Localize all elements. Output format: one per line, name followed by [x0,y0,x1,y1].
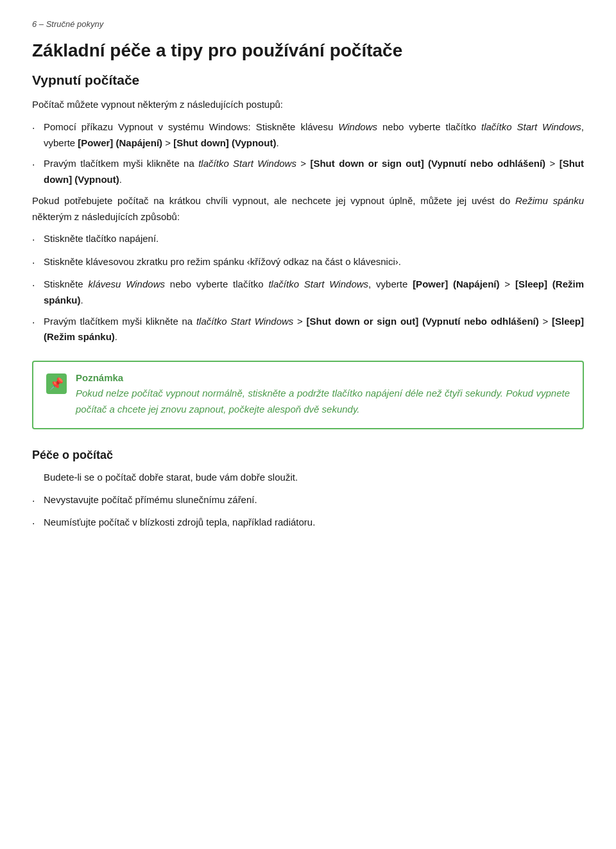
note-title: Poznámka [76,372,570,383]
pece-bullet-text-1: Nevystavujte počítač přímému slunečnímu … [44,492,584,508]
note-icon: 📌 [46,373,67,394]
pece-section: Péče o počítač · Budete-li se o počítač … [32,449,584,533]
sleep-bullet-text-3: Stiskněte klávesu Windows nebo vyberte t… [44,277,584,309]
sleep-bullet-3: · Stiskněte klávesu Windows nebo vyberte… [32,277,584,309]
bullet-text-1: Pomocí příkazu Vypnout v systému Windows… [44,119,584,151]
bullet-2: · Pravým tlačítkem myši klikněte na tlač… [32,156,584,188]
page-label: 6 – Stručné pokyny [32,19,584,29]
section2-heading: Péče o počítač [32,449,584,462]
note-text: Pokud nelze počítač vypnout normálně, st… [76,386,570,418]
sleep-bullet-4: · Pravým tlačítkem myši klikněte na tlač… [32,314,584,346]
pece-intro-text: Budete-li se o počítač dobře starat, bud… [44,470,584,486]
sleep-bullet-text-1: Stiskněte tlačítko napájení. [44,231,584,247]
bullet-text-2: Pravým tlačítkem myši klikněte na tlačít… [44,156,584,188]
pece-intro-item: · Budete-li se o počítač dobře starat, b… [32,470,584,487]
sleep-bullet-1: · Stiskněte tlačítko napájení. [32,231,584,248]
note-box: 📌 Poznámka Pokud nelze počítač vypnout n… [32,361,584,429]
sleep-bullet-text-2: Stiskněte klávesovou zkratku pro režim s… [44,254,584,270]
pece-bullet-2: · Neumísťujte počítač v blízkosti zdrojů… [32,515,584,532]
vypnuti-section: Vypnutí počítače Počítač můžete vypnout … [32,73,584,429]
sleep-bullet-dot-2: · [32,254,44,271]
sleep-bullet-text-4: Pravým tlačítkem myši klikněte na tlačít… [44,314,584,346]
main-title: Základní péče a tipy pro používání počít… [32,40,584,61]
note-content: Poznámka Pokud nelze počítač vypnout nor… [76,372,570,418]
section1-heading: Vypnutí počítače [32,73,584,88]
sleep-bullet-2: · Stiskněte klávesovou zkratku pro režim… [32,254,584,271]
bullet-dot-2: · [32,156,44,173]
sleep-bullet-dot-4: · [32,314,44,331]
pece-bullet-1: · Nevystavujte počítač přímému slunečním… [32,492,584,510]
bullet-1: · Pomocí příkazu Vypnout v systému Windo… [32,119,584,151]
sleep-intro-paragraph: Pokud potřebujete počítač na krátkou chv… [32,193,584,225]
pece-bullet-text-2: Neumísťujte počítač v blízkosti zdrojů t… [44,515,584,531]
pece-bullet-dot-2: · [32,515,44,532]
pece-bullet-dot-1: · [32,492,44,510]
bullet-dot-1: · [32,119,44,137]
sleep-bullet-dot-1: · [32,231,44,248]
section1-intro: Počítač můžete vypnout některým z násled… [32,97,584,113]
sleep-bullet-dot-3: · [32,277,44,294]
